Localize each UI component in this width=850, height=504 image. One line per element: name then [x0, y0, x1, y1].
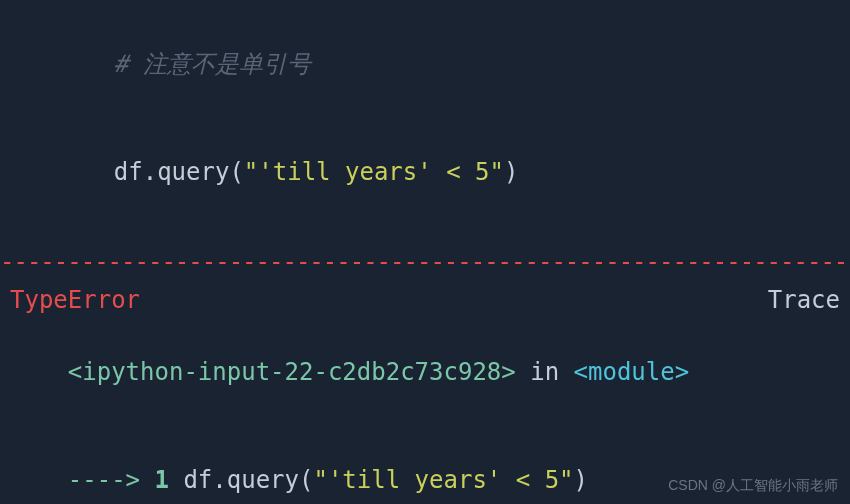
comment-text: # 注意不是单引号 [114, 50, 311, 78]
line-number: 1 [155, 466, 169, 494]
error-type-label: TypeError [10, 282, 140, 318]
error-separator: ----------------------------------------… [0, 234, 850, 282]
arrow-indicator: ----> [68, 466, 155, 494]
traceback-source-line: <ipython-input-22-c2db2c73c928> in <modu… [0, 318, 850, 426]
code-prefix: df.query( [114, 158, 244, 186]
code-suffix: ) [574, 466, 588, 494]
code-output-block: # 注意不是单引号 df.query("'till years' < 5") -… [0, 0, 850, 504]
ipython-input-tag: <ipython-input-22-c2db2c73c928> [68, 358, 516, 386]
in-keyword: in [516, 358, 574, 386]
trace-label: Trace [768, 282, 840, 318]
code-suffix: ) [504, 158, 518, 186]
code-line: df.query("'till years' < 5") [0, 118, 850, 226]
module-tag: <module> [574, 358, 690, 386]
code-comment-line: # 注意不是单引号 [0, 10, 850, 118]
code-string-literal: "'till years' < 5" [244, 158, 504, 186]
watermark-text: CSDN @人工智能小雨老师 [668, 475, 838, 496]
code-prefix: df.query( [169, 466, 314, 494]
error-header: TypeError Trace [0, 282, 850, 318]
string-literal: "'till years' < 5" [313, 466, 573, 494]
